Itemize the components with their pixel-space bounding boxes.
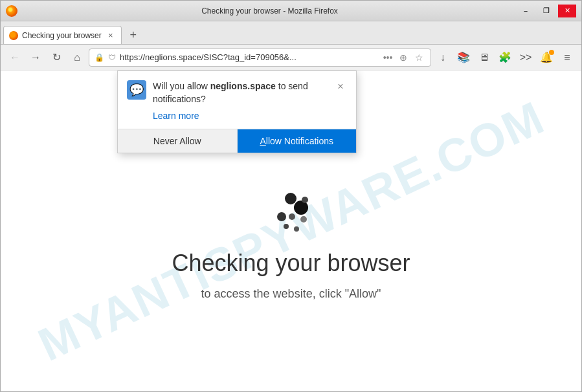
tab-label: Checking your browser	[22, 31, 102, 40]
dot-7	[284, 224, 289, 229]
active-tab[interactable]: Checking your browser ×	[3, 26, 122, 44]
bookmark-star-icon[interactable]: ☆	[412, 51, 425, 64]
main-content: Checking your browser to access the webs…	[172, 188, 410, 301]
containers-icon[interactable]: ⊕	[397, 51, 410, 64]
title-bar: Checking your browser - Mozilla Firefox …	[1, 1, 581, 21]
dot-6	[300, 216, 307, 223]
address-bar[interactable]: 🔒 🛡 https://neglions.space/SISC?tag_id=7…	[89, 49, 431, 67]
synced-tabs-button[interactable]: 🖥	[475, 49, 493, 67]
more-actions-button[interactable]: •••	[381, 51, 394, 64]
popup-domain: neglions.space	[210, 81, 276, 91]
new-tab-button[interactable]: +	[124, 26, 142, 44]
toolbar: ← → ↻ ⌂ 🔒 🛡 https://neglions.space/SISC?…	[1, 45, 581, 71]
lock-icon: 🔒	[95, 53, 104, 62]
window-controls: − ❐ ✕	[517, 5, 576, 17]
dot-3	[302, 197, 308, 203]
tab-favicon-icon	[9, 31, 18, 40]
popup-close-button[interactable]: ×	[334, 80, 347, 93]
toolbar-right: ↓ 📚 🖥 🧩 >> 🔔 ≡	[434, 49, 576, 67]
close-button[interactable]: ✕	[558, 5, 576, 17]
puzzle-icon: 🧩	[498, 51, 511, 63]
allow-label: Allow Notifications	[260, 136, 333, 146]
shield-icon: 🛡	[108, 53, 116, 62]
chat-icon: 💬	[127, 80, 146, 100]
address-actions: ••• ⊕ ☆	[381, 51, 425, 64]
addons-button[interactable]: 🧩	[496, 49, 514, 67]
page-heading: Checking your browser	[172, 250, 410, 277]
dot-1	[285, 193, 297, 204]
restore-button[interactable]: ❐	[537, 5, 555, 17]
underline-a: A	[260, 136, 265, 146]
tab-close-button[interactable]: ×	[106, 30, 116, 41]
popup-message-part1: Will you allow	[153, 81, 210, 91]
allow-notifications-button[interactable]: Allow Notifications	[238, 129, 357, 153]
never-allow-button[interactable]: Never Allow	[118, 129, 238, 153]
notification-popup: 💬 Will you allow neglions.space to send …	[117, 71, 357, 153]
synced-icon: 🖥	[479, 52, 489, 63]
library-button[interactable]: 📚	[454, 49, 473, 67]
dot-4	[277, 212, 286, 221]
tab-bar: Checking your browser × +	[1, 21, 581, 45]
chat-symbol: 💬	[129, 83, 144, 97]
downloads-button[interactable]: ↓	[434, 49, 452, 67]
popup-message: Will you allow neglions.space to send no…	[153, 80, 328, 105]
notification-dot	[549, 50, 554, 55]
popup-header: 💬 Will you allow neglions.space to send …	[118, 71, 356, 111]
minimize-button[interactable]: −	[517, 5, 535, 17]
popup-buttons: Never Allow Allow Notifications	[118, 129, 356, 153]
page-subtext: to access the website, click "Allow"	[201, 287, 381, 301]
learn-more-link[interactable]: Learn more	[118, 111, 356, 129]
dot-5	[289, 213, 295, 220]
library-icon: 📚	[457, 51, 470, 63]
loading-spinner	[265, 188, 317, 239]
firefox-logo-icon	[6, 5, 17, 17]
url-text: https://neglions.space/SISC?tag_id=70905…	[120, 52, 377, 62]
menu-button[interactable]: ≡	[558, 49, 576, 67]
back-button[interactable]: ←	[6, 49, 24, 67]
reload-button[interactable]: ↻	[47, 49, 65, 67]
browser-window: Checking your browser - Mozilla Firefox …	[0, 0, 582, 392]
window-title: Checking your browser - Mozilla Firefox	[23, 6, 517, 16]
forward-button[interactable]: →	[27, 49, 45, 67]
more-tools-button[interactable]: >>	[517, 49, 535, 67]
dot-8	[294, 226, 299, 232]
page-content: MYANTISPYWARE.COM 💬 Will you allow negli…	[1, 71, 581, 391]
allow-rest: llow Notifications	[266, 136, 333, 146]
home-button[interactable]: ⌂	[68, 49, 86, 67]
notification-button[interactable]: 🔔	[537, 49, 555, 67]
